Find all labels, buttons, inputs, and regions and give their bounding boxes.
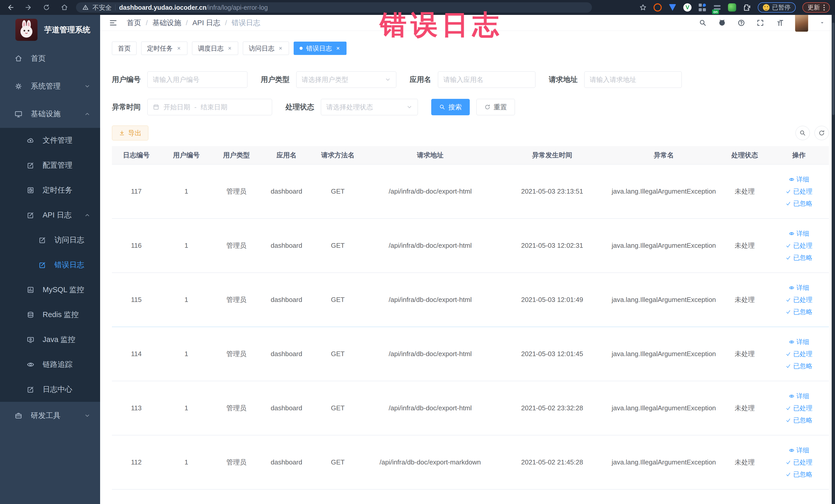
chevron-up-icon [84, 212, 90, 218]
reload-icon[interactable] [43, 4, 50, 11]
close-icon[interactable] [176, 46, 182, 51]
mark-ignored-link[interactable]: 已忽略 [786, 470, 812, 479]
detail-link[interactable]: 详细 [789, 392, 809, 400]
log-id-cell: 117 [112, 187, 161, 195]
close-icon[interactable] [335, 46, 341, 51]
breadcrumb-item[interactable]: 基础设施 [152, 18, 181, 28]
browser-nav [7, 4, 68, 11]
tab-error-log[interactable]: 错误日志 [294, 42, 347, 55]
sidebar-item-access-log[interactable]: 访问日志 [0, 227, 100, 253]
user-caret-icon[interactable] [820, 20, 825, 25]
sidebar-item-job[interactable]: 定时任务 [0, 178, 100, 203]
user-type-label: 用户类型 [261, 75, 289, 84]
export-button[interactable]: 导出 [112, 125, 148, 140]
user-avatar[interactable] [795, 14, 808, 32]
log-id-cell: 115 [112, 296, 161, 304]
detail-link[interactable]: 详细 [789, 283, 809, 292]
forward-icon[interactable] [25, 4, 32, 11]
sidebar-item-error-log[interactable]: 错误日志 [0, 253, 100, 277]
hamburger-icon[interactable] [109, 19, 118, 27]
col-header: 请求方法名 [312, 151, 364, 160]
close-icon[interactable] [227, 46, 232, 51]
browser-update-menu-button[interactable]: 更新 [802, 2, 830, 13]
request-url-input[interactable] [584, 72, 682, 88]
refresh-table-button[interactable] [814, 126, 829, 140]
sidebar-item-devtools[interactable]: 研发工具 [0, 402, 100, 429]
mark-ignored-link[interactable]: 已忽略 [786, 199, 812, 208]
user-id-input[interactable] [147, 72, 247, 88]
process-status-select[interactable]: 请选择处理状态 [321, 99, 418, 115]
extension-icon-2[interactable] [668, 3, 677, 12]
sidebar-item-trace[interactable]: 链路追踪 [0, 352, 100, 377]
user-id-cell: 1 [161, 296, 212, 304]
sidebar-item-system[interactable]: 系统管理 [0, 73, 100, 100]
monitor-icon [14, 110, 23, 118]
request-url-cell: /api/infra/db-doc/export-html [364, 242, 497, 249]
back-icon[interactable] [7, 4, 14, 11]
sidebar-item-file[interactable]: 文件管理 [0, 128, 100, 153]
bookmark-star-icon[interactable] [639, 4, 647, 11]
scrollbar-thumb[interactable] [832, 23, 834, 115]
sidebar-item-api-log[interactable]: API 日志 [0, 203, 100, 227]
home-icon[interactable] [61, 4, 68, 11]
sidebar-item-mysql[interactable]: MySQL 监控 [0, 277, 100, 302]
reset-button[interactable]: 重置 [476, 99, 515, 115]
address-bar[interactable]: 不安全 dashboard.yudao.iocoder.cn/infra/log… [76, 2, 592, 13]
user-type-cell: 管理员 [212, 187, 261, 196]
fullscreen-icon[interactable] [756, 19, 764, 27]
close-icon[interactable] [278, 46, 283, 51]
page-scrollbar[interactable] [832, 15, 835, 504]
request-url-cell: /api/infra/db-doc/export-html [364, 350, 497, 358]
paused-pill[interactable]: 已暂停 [758, 2, 796, 13]
detail-link[interactable]: 详细 [789, 175, 809, 184]
mark-ignored-link[interactable]: 已忽略 [786, 308, 812, 316]
method-cell: GET [312, 296, 364, 304]
github-icon[interactable] [718, 19, 726, 27]
extension-icon-3[interactable]: V [683, 3, 692, 12]
extension-icon-4[interactable] [698, 3, 707, 12]
detail-link[interactable]: 详细 [789, 446, 809, 455]
mark-ignored-link[interactable]: 已忽略 [786, 416, 812, 424]
search-toggle-button[interactable] [795, 126, 810, 140]
tab-access-log[interactable]: 访问日志 [243, 42, 289, 55]
search-icon[interactable] [699, 19, 707, 27]
security-label: 不安全 [93, 3, 111, 12]
calendar-icon [153, 104, 159, 110]
sidebar-item-infra[interactable]: 基础设施 [0, 100, 100, 128]
mark-processed-link[interactable]: 已处理 [786, 458, 812, 466]
user-id-cell: 1 [161, 187, 212, 195]
date-range-picker[interactable]: 开始日期 - 结束日期 [147, 99, 272, 115]
user-type-select[interactable]: 请选择用户类型 [296, 72, 396, 88]
mark-ignored-link[interactable]: 已忽略 [786, 254, 812, 262]
exception-time-cell: 2021-05-03 23:13:51 [497, 187, 607, 195]
mark-processed-link[interactable]: 已处理 [786, 187, 812, 196]
col-header: 异常名 [607, 151, 720, 160]
mark-processed-link[interactable]: 已处理 [786, 350, 812, 358]
tab-job-log[interactable]: 调度日志 [192, 42, 238, 55]
mark-ignored-link[interactable]: 已忽略 [786, 362, 812, 370]
tab-job[interactable]: 定时任务 [141, 42, 187, 55]
extension-icon-1[interactable] [653, 3, 662, 12]
sidebar-item-home[interactable]: 首页 [0, 45, 100, 73]
edit-icon [39, 261, 46, 269]
help-icon[interactable] [737, 19, 745, 27]
detail-link[interactable]: 详细 [789, 338, 809, 346]
search-button[interactable]: 搜索 [431, 99, 470, 115]
sidebar-item-config[interactable]: 配置管理 [0, 153, 100, 178]
mark-processed-link[interactable]: 已处理 [786, 241, 812, 250]
extension-icon-7[interactable] [743, 3, 751, 12]
extension-icon-5[interactable]: on [713, 3, 721, 12]
app-name-input[interactable] [438, 72, 535, 88]
extension-icon-6[interactable] [728, 3, 736, 12]
tab-home[interactable]: 首页 [112, 42, 137, 55]
font-size-icon[interactable] [775, 19, 784, 27]
sidebar-item-java[interactable]: Java 监控 [0, 327, 100, 352]
breadcrumb-item[interactable]: 首页 [127, 18, 141, 28]
mark-processed-link[interactable]: 已处理 [786, 404, 812, 412]
sidebar-item-log-center[interactable]: 日志中心 [0, 377, 100, 402]
sidebar-item-redis[interactable]: Redis 监控 [0, 302, 100, 327]
detail-link[interactable]: 详细 [789, 229, 809, 238]
mark-processed-link[interactable]: 已处理 [786, 296, 812, 304]
chevron-up-icon [84, 111, 90, 117]
breadcrumb-item[interactable]: API 日志 [192, 18, 221, 28]
